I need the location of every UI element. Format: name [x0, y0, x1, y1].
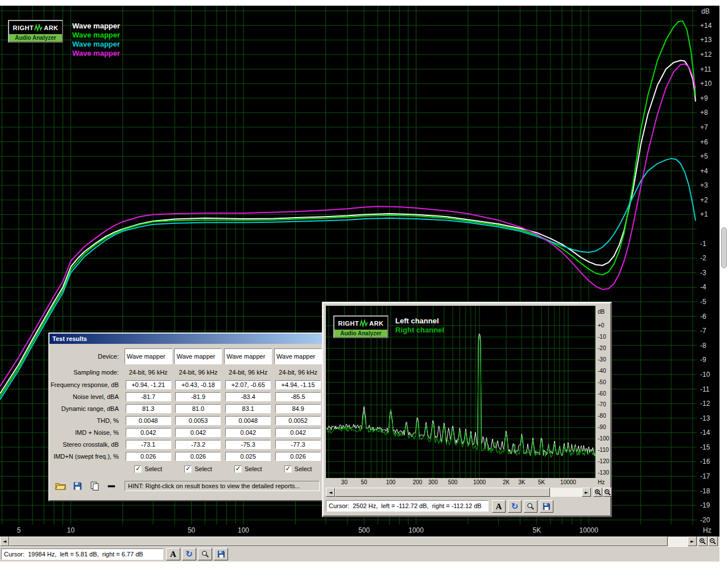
result-value-box[interactable]: 0.042 — [126, 428, 171, 437]
svg-text:+13: +13 — [700, 36, 712, 44]
select-checkbox[interactable]: ✓ — [134, 465, 142, 473]
device-name-box[interactable]: Wave mapper — [125, 348, 172, 364]
open-report-button[interactable] — [53, 480, 68, 492]
row-label: IMD + Noise, % — [49, 429, 123, 436]
result-value-box[interactable]: +0.94, -1.21 — [126, 380, 171, 389]
result-value-box[interactable]: -83.4 — [225, 392, 271, 401]
result-value-box[interactable]: 0.042 — [175, 428, 221, 437]
svg-text:Hz: Hz — [598, 479, 605, 485]
select-label: Select — [245, 465, 262, 472]
zoom-out-button[interactable] — [708, 537, 718, 546]
result-value-box[interactable]: 83.1 — [225, 404, 271, 413]
result-value-box[interactable]: 0.042 — [225, 428, 271, 437]
svg-text:-10: -10 — [700, 371, 710, 379]
svg-text:-3: -3 — [700, 269, 706, 277]
result-value-box[interactable]: 0.0053 — [175, 416, 221, 425]
svg-text:1000: 1000 — [473, 479, 486, 485]
result-value-box[interactable]: +0.43, -0.18 — [175, 380, 221, 389]
logo-text-right: RIGHT — [338, 320, 359, 327]
svg-text:500: 500 — [448, 479, 458, 485]
result-value-box[interactable]: -73.1 — [126, 440, 171, 449]
result-value-box[interactable]: -77.3 — [275, 440, 321, 449]
svg-text:+8: +8 — [700, 109, 708, 117]
font-button[interactable]: A — [492, 500, 506, 513]
result-value-box[interactable]: +4.94, -1.15 — [275, 380, 321, 389]
result-value-box[interactable]: 81.0 — [175, 404, 221, 413]
svg-text:-80: -80 — [598, 413, 606, 419]
result-value-box[interactable]: 0.042 — [275, 428, 321, 437]
page-scrollbar-thumb[interactable] — [721, 227, 727, 268]
result-value-box[interactable]: 84.9 — [275, 404, 321, 413]
select-checkbox[interactable]: ✓ — [234, 465, 242, 473]
svg-text:3K: 3K — [518, 479, 526, 485]
scroll-track[interactable] — [9, 537, 688, 546]
legend-item: Wave mapper — [72, 40, 120, 49]
result-value-box[interactable]: 0.025 — [225, 452, 271, 461]
test-results-titlebar[interactable]: Test results — [49, 334, 323, 344]
row-label: THD, % — [49, 417, 123, 424]
result-value-box[interactable]: 0.0048 — [126, 416, 171, 425]
result-value-box[interactable]: 0.026 — [175, 452, 221, 461]
row-label: Device: — [49, 353, 123, 360]
result-value-box[interactable]: 0.0048 — [225, 416, 271, 425]
svg-text:-100: -100 — [598, 435, 609, 442]
device-name-box[interactable]: Wave mapper — [274, 348, 322, 364]
result-value-box[interactable]: -81.7 — [126, 392, 171, 401]
spectrum-horizontal-scrollbar[interactable]: ◄ ► — [326, 488, 591, 497]
scroll-left-button[interactable]: ◄ — [0, 537, 9, 546]
result-value-box[interactable]: -81.9 — [175, 392, 221, 401]
result-value-box[interactable]: 0.026 — [275, 452, 321, 461]
svg-text:-5: -5 — [700, 298, 706, 306]
svg-text:-4: -4 — [700, 283, 706, 291]
letter-a-icon: A — [496, 502, 502, 512]
spectrum-window: dB+0-10-20-30-40-50-60-70-80-90-100-110-… — [322, 302, 612, 517]
result-value-box[interactable]: -75.3 — [225, 440, 271, 449]
svg-text:-40: -40 — [598, 368, 606, 374]
zoom-out-button[interactable] — [603, 488, 612, 497]
arrow-right-icon: ► — [690, 539, 694, 544]
arrow-left-icon: ◄ — [329, 490, 332, 495]
scroll-left-button[interactable]: ◄ — [326, 488, 335, 497]
zoom-in-icon — [699, 538, 706, 545]
zoom-in-button[interactable] — [593, 488, 602, 497]
select-checkbox[interactable]: ✓ — [284, 465, 292, 473]
svg-text:+10: +10 — [700, 80, 712, 88]
remove-column-button[interactable] — [104, 480, 119, 492]
refresh-button[interactable]: ↻ — [508, 500, 522, 513]
svg-text:-20: -20 — [598, 345, 606, 351]
magnifier-button[interactable] — [198, 548, 212, 560]
legend-item: Right channel — [395, 326, 444, 335]
scroll-thumb[interactable] — [9, 537, 668, 546]
result-value-box[interactable]: -73.2 — [175, 440, 221, 449]
font-button[interactable]: A — [166, 548, 180, 560]
result-value-box[interactable]: 0.026 — [126, 452, 171, 461]
spectrum-status-bar: Cursor: 2502 Hz, left = -112.72 dB, righ… — [324, 500, 610, 514]
device-name-box[interactable]: Wave mapper — [174, 348, 222, 364]
row-label: IMD+N (swept freq.), % — [49, 453, 123, 460]
logo-text-ark: ARK — [369, 320, 383, 327]
svg-text:-14: -14 — [700, 429, 710, 436]
copy-report-button[interactable] — [87, 480, 102, 492]
svg-text:1000: 1000 — [408, 526, 424, 534]
result-value-box[interactable]: +2.07, -0.65 — [225, 380, 271, 389]
magnifier-button[interactable] — [524, 500, 537, 513]
result-value-box[interactable]: -85.5 — [275, 392, 321, 401]
svg-text:+5: +5 — [700, 152, 708, 160]
rightmark-logo: RIGHT ARK Audio Analyzer — [8, 20, 63, 43]
page-scrollbar[interactable] — [720, 0, 728, 582]
save-report-button[interactable] — [70, 480, 85, 492]
svg-text:30: 30 — [341, 479, 348, 485]
save-button[interactable] — [540, 500, 553, 513]
device-name-box[interactable]: Wave mapper — [224, 348, 272, 364]
main-horizontal-scrollbar[interactable]: ◄ ► — [0, 537, 719, 546]
scroll-right-button[interactable]: ► — [582, 488, 591, 497]
save-button[interactable] — [214, 548, 228, 560]
scroll-right-button[interactable]: ► — [688, 537, 697, 546]
result-value-box[interactable]: 81.3 — [126, 404, 171, 413]
scroll-track[interactable] — [335, 488, 582, 497]
select-checkbox[interactable]: ✓ — [184, 465, 192, 473]
zoom-in-button[interactable] — [698, 537, 708, 546]
result-value-box[interactable]: 0.0052 — [275, 416, 321, 425]
refresh-button[interactable]: ↻ — [182, 548, 196, 560]
scroll-thumb[interactable] — [335, 488, 550, 497]
